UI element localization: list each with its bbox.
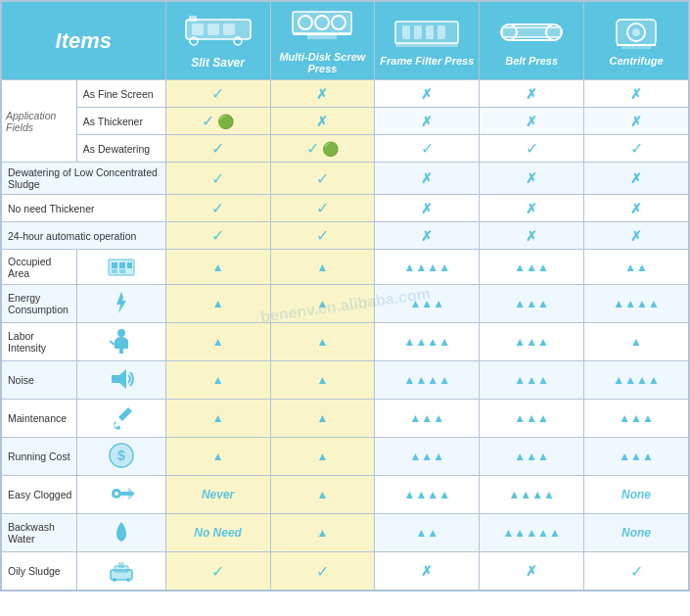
check-icon: ✓ [306, 140, 319, 157]
triangle-icon: ▲▲▲ [409, 297, 444, 310]
cell-belt: ✗ [480, 108, 584, 135]
check-icon: ✓ [316, 563, 329, 580]
cell-slit: ✓ [165, 552, 270, 591]
cell-multi: ✓ 🟢 [270, 135, 375, 163]
cell-slit: ▲ [165, 361, 270, 400]
triangle-icon: ▲ [316, 261, 328, 274]
star-badge: 🟢 [322, 141, 339, 157]
check-icon: ✓ [211, 563, 224, 580]
triangle-icon: ▲ [316, 373, 328, 387]
table-row: Occupied Area ▲ ▲ ▲▲▲▲ ▲▲▲ ▲▲ [2, 250, 689, 285]
triangle-icon: ▲ [212, 373, 224, 387]
cell-frame: ✗ [375, 222, 480, 250]
cell-centrifuge: ✗ [584, 80, 689, 108]
check-icon: ✓ [211, 227, 224, 244]
row-icon-cell [76, 552, 165, 591]
table-row: Energy Consumption ▲ ▲ ▲▲▲ ▲▲▲ ▲▲▲▲ [2, 285, 689, 323]
triangle-icon: ▲▲▲ [514, 297, 549, 310]
check-icon: ✓ [211, 200, 224, 216]
cell-centrifuge: ▲ [584, 323, 689, 361]
cross-icon: ✗ [526, 563, 537, 579]
cell-slit: Never [165, 476, 270, 514]
cross-icon: ✗ [630, 114, 642, 129]
row-label: As Dewatering [76, 135, 165, 163]
cell-frame: ▲▲▲▲ [375, 476, 480, 514]
table-row: Oily Sludge ✓ ✓ ✗ ✗ ✓ [2, 552, 689, 591]
svg-point-35 [117, 329, 125, 337]
svg-rect-32 [127, 262, 132, 268]
svg-point-43 [115, 492, 118, 496]
cell-slit: ▲ [165, 250, 270, 285]
cell-belt: ✗ [480, 552, 584, 591]
col-header-multi: Multi-Disk Screw Press [270, 2, 375, 80]
table-row: Maintenance ▲ ▲ ▲▲▲ ▲▲▲ ▲▲▲ [2, 400, 689, 438]
row-label: 24-hour automatic operation [2, 222, 166, 250]
belt-icon [483, 16, 580, 53]
cell-centrifuge: ▲▲▲ [584, 438, 689, 476]
svg-marker-37 [112, 369, 126, 389]
cell-centrifuge: ✗ [584, 222, 689, 250]
table-row: Labor Intensity ▲ ▲ ▲▲▲▲ ▲▲▲ ▲ [2, 323, 689, 361]
cell-slit: ✓ [165, 135, 270, 163]
slit-label: Slit Saver [169, 56, 267, 70]
triangle-icon: ▲▲ [624, 261, 648, 274]
svg-rect-17 [437, 25, 445, 39]
cell-centrifuge: ✗ [584, 163, 689, 195]
table-row: 24-hour automatic operation ✓ ✓ ✗ ✗ ✗ [2, 222, 689, 250]
row-icon-cell [76, 285, 165, 323]
table-row: No need Thickener ✓ ✓ ✗ ✗ ✗ [2, 195, 689, 222]
row-label: Running Cost [2, 438, 77, 476]
cross-icon: ✗ [630, 201, 642, 216]
triangle-icon: ▲▲▲ [619, 411, 654, 425]
none-label: None [621, 526, 651, 540]
svg-rect-12 [307, 34, 337, 39]
cross-icon: ✗ [421, 170, 433, 186]
cell-centrifuge: ▲▲▲▲ [584, 361, 689, 400]
cross-icon: ✗ [526, 228, 537, 244]
cell-multi: ▲ [270, 438, 375, 476]
svg-rect-3 [223, 24, 235, 35]
svg-rect-19 [502, 27, 561, 37]
cell-centrifuge: None [584, 476, 689, 514]
check-icon: ✓ [316, 227, 329, 244]
check-icon: ✓ [630, 140, 643, 157]
cell-multi: ✗ [270, 108, 375, 135]
cell-multi: ✓ [270, 222, 375, 250]
triangle-icon: ▲ [316, 335, 328, 349]
cell-multi: ✓ [270, 552, 375, 591]
triangle-icon: ▲▲▲ [514, 373, 549, 387]
triangle-icon: ▲▲▲ [514, 335, 549, 349]
row-icon-cell [76, 514, 165, 552]
check-icon: ✓ [211, 170, 224, 187]
cross-icon: ✗ [316, 86, 328, 102]
svg-point-48 [126, 578, 130, 582]
frame-icon [378, 16, 476, 53]
svg-rect-18 [395, 43, 458, 47]
multi-label: Multi-Disk Screw Press [274, 51, 372, 74]
triangle-icon: ▲▲▲ [409, 450, 444, 463]
cell-slit: ✓ [165, 80, 270, 108]
cell-frame: ✗ [375, 552, 480, 591]
slit-icon [169, 12, 267, 54]
cell-belt: ✓ [480, 135, 584, 163]
cell-belt: ✗ [480, 163, 584, 195]
col-header-slit: Slit Saver [165, 2, 270, 80]
check-icon: ✓ [202, 113, 214, 129]
row-icon-cell [76, 361, 165, 400]
triangle-icon: ▲ [212, 411, 224, 425]
cell-multi: ▲ [270, 285, 375, 323]
table-row: Application Fields As Fine Screen ✓ ✗ ✗ … [2, 80, 689, 108]
row-label: Occupied Area [2, 250, 77, 285]
triangle-icon: ▲ [212, 297, 224, 310]
col-header-centrifuge: Centrifuge [584, 2, 689, 80]
svg-rect-1 [192, 24, 204, 35]
triangle-icon: ▲ [630, 335, 642, 349]
svg-rect-14 [402, 25, 410, 39]
cross-icon: ✗ [421, 86, 433, 102]
svg-rect-15 [414, 25, 422, 39]
cell-slit: ▲ [165, 285, 270, 323]
cell-centrifuge: ▲▲▲▲ [584, 285, 689, 323]
cell-belt: ▲▲▲▲▲ [480, 514, 584, 552]
cell-slit: ✓ [165, 222, 270, 250]
svg-line-36 [110, 341, 115, 345]
